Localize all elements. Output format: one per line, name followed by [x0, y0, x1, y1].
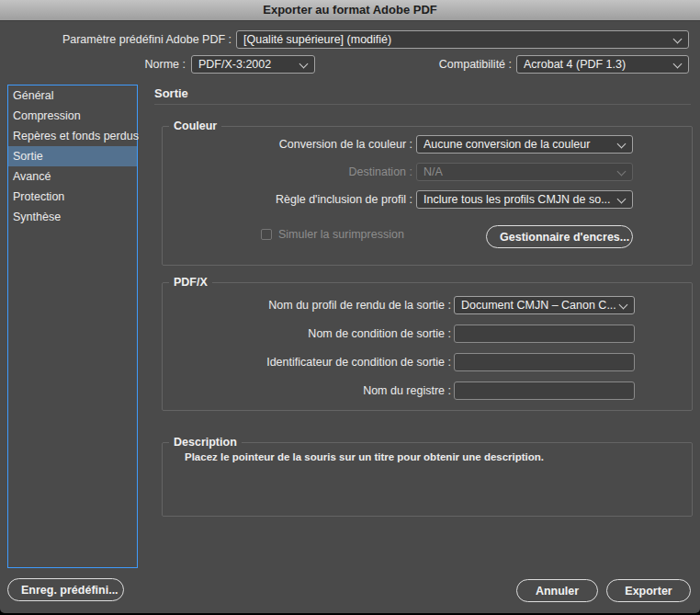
sidebar-item-general[interactable]: Général — [8, 85, 137, 106]
preset-dropdown[interactable]: [Qualité supérieure] (modifié) — [236, 30, 689, 49]
destination-label: Destination : — [174, 163, 412, 181]
simuler-label: Simuler la surimpression — [278, 225, 404, 244]
chevron-down-icon — [673, 35, 683, 44]
simuler-checkbox — [261, 229, 272, 240]
description-text: Placez le pointeur de la souris sur un t… — [185, 451, 544, 462]
regle-dropdown[interactable]: Inclure tous les profils CMJN de so... — [416, 190, 633, 209]
export-button[interactable]: Exporter — [606, 579, 691, 602]
save-preset-button[interactable]: Enreg. prédéfini... — [7, 578, 124, 601]
norme-value: PDF/X-3:2002 — [198, 56, 296, 73]
regle-value: Inclure tous les profils CMJN de so... — [423, 191, 614, 208]
pdfx-group: PDF/X Nom du profil de rendu de la sorti… — [162, 282, 693, 411]
cancel-button[interactable]: Annuler — [516, 579, 598, 602]
dialog-title: Exporter au format Adobe PDF — [0, 0, 700, 20]
chevron-down-icon — [617, 140, 627, 149]
sidebar-item-avance[interactable]: Avancé — [8, 166, 137, 187]
conversion-dropdown[interactable]: Aucune conversion de la couleur — [416, 135, 633, 154]
compat-value: Acrobat 4 (PDF 1.3) — [524, 56, 670, 73]
identificateur-input[interactable] — [454, 353, 635, 371]
regle-label: Règle d'inclusion de profil : — [174, 190, 412, 209]
preset-value: [Qualité supérieure] (modifié) — [243, 31, 670, 48]
pdfx-legend: PDF/X — [169, 275, 212, 290]
profil-value: Document CMJN – Canon C... — [461, 297, 615, 313]
description-legend: Description — [169, 435, 242, 450]
description-group: Description Placez le pointeur de la sou… — [162, 442, 693, 517]
condition-input[interactable] — [454, 325, 635, 343]
title-bar: Exporter au format Adobe PDF — [0, 0, 700, 21]
section-divider — [154, 104, 691, 105]
norme-label: Norme : — [7, 55, 186, 74]
sidebar-item-synthese[interactable]: Synthèse — [8, 207, 137, 227]
chevron-down-icon — [299, 60, 309, 69]
destination-value: N/A — [423, 164, 614, 180]
profil-label: Nom du profil de rendu de la sortie : — [174, 296, 451, 314]
conversion-label: Conversion de la couleur : — [174, 135, 412, 154]
conversion-value: Aucune conversion de la couleur — [423, 136, 614, 153]
ink-manager-button[interactable]: Gestionnaire d'encres... — [486, 225, 633, 248]
sidebar: Général Compression Repères et fonds per… — [7, 85, 138, 568]
condition-label: Nom de condition de sortie : — [174, 325, 451, 343]
chevron-down-icon — [619, 301, 628, 310]
sidebar-item-compression[interactable]: Compression — [8, 106, 137, 126]
couleur-group: Couleur Conversion de la couleur : Aucun… — [162, 126, 693, 266]
identificateur-label: Identificateur de condition de sortie : — [174, 353, 451, 371]
destination-dropdown: N/A — [416, 163, 633, 181]
couleur-legend: Couleur — [169, 119, 221, 133]
registre-input[interactable] — [454, 382, 635, 400]
preset-label: Paramètre prédéfini Adobe PDF : — [7, 30, 231, 49]
compat-label: Compatibilité : — [367, 55, 512, 74]
export-pdf-dialog: Exporter au format Adobe PDF Paramètre p… — [0, 0, 700, 613]
registre-label: Nom du registre : — [174, 382, 451, 400]
sidebar-item-reperes[interactable]: Repères et fonds perdus — [8, 126, 137, 146]
sidebar-item-sortie[interactable]: Sortie — [8, 146, 137, 166]
compat-dropdown[interactable]: Acrobat 4 (PDF 1.3) — [516, 55, 689, 74]
chevron-down-icon — [673, 60, 683, 69]
page-title: Sortie — [154, 86, 188, 100]
chevron-down-icon — [617, 195, 627, 204]
chevron-down-icon — [617, 167, 627, 177]
norme-dropdown[interactable]: PDF/X-3:2002 — [191, 55, 315, 74]
sidebar-item-protection[interactable]: Protection — [8, 187, 137, 207]
profil-dropdown[interactable]: Document CMJN – Canon C... — [454, 296, 635, 314]
